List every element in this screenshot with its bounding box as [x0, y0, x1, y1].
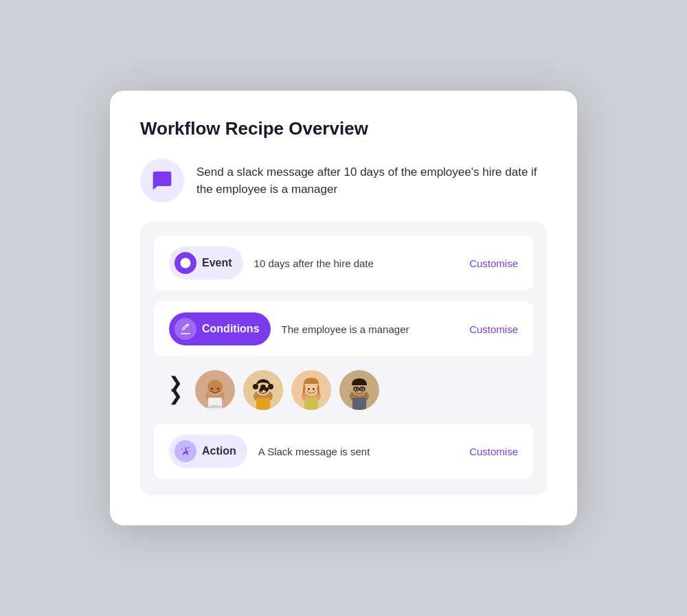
conditions-icon-wrap [174, 318, 196, 340]
avatar-2 [243, 370, 283, 410]
svg-point-21 [308, 388, 310, 390]
event-customise-link[interactable]: Customise [469, 258, 518, 269]
event-pill-label: Event [202, 257, 232, 269]
svg-rect-32 [352, 398, 366, 410]
svg-rect-17 [256, 398, 270, 410]
action-pill: Action [169, 435, 247, 468]
svg-point-31 [361, 388, 363, 390]
overview-box: Event 10 days after the hire date Custom… [140, 222, 547, 495]
avatar-4 [339, 370, 379, 410]
svg-rect-23 [304, 398, 318, 410]
svg-point-11 [268, 384, 273, 389]
page-title: Workflow Recipe Overview [140, 118, 547, 139]
action-description: A Slack message is sent [258, 446, 458, 457]
avatar-3 [291, 370, 331, 410]
clock-icon [179, 257, 192, 269]
action-row: Action A Slack message is sent Customise [154, 424, 533, 479]
description-row: Send a slack message after 10 days of th… [140, 159, 547, 203]
workflow-card: Workflow Recipe Overview Send a slack me… [110, 91, 577, 525]
svg-rect-6 [208, 398, 222, 410]
action-icon-wrap [174, 440, 196, 462]
svg-point-4 [211, 388, 213, 390]
middle-row: ❯ ❯ [154, 367, 533, 413]
chevrons-icon: ❯ ❯ [169, 377, 181, 402]
description-icon-wrap [140, 159, 184, 203]
event-icon-wrap [174, 252, 196, 274]
event-row: Event 10 days after the hire date Custom… [154, 236, 533, 290]
svg-point-33 [188, 447, 189, 448]
svg-point-3 [207, 380, 223, 393]
avatar-1 [195, 370, 235, 410]
party-icon [179, 445, 192, 457]
svg-point-30 [356, 388, 358, 390]
conditions-row: Conditions The employee is a manager Cus… [154, 301, 533, 356]
svg-point-5 [217, 388, 219, 390]
svg-point-35 [189, 450, 190, 452]
conditions-pill: Conditions [169, 312, 271, 345]
wrench-icon [179, 323, 192, 335]
conditions-description: The employee is a manager [282, 323, 459, 335]
event-description: 10 days after the hire date [254, 258, 459, 269]
action-customise-link[interactable]: Customise [469, 446, 518, 457]
svg-point-10 [253, 384, 258, 389]
conditions-customise-link[interactable]: Customise [469, 323, 518, 335]
event-pill: Event [169, 247, 243, 280]
conditions-pill-label: Conditions [202, 323, 260, 335]
svg-point-34 [181, 448, 183, 450]
avatars-group [195, 370, 379, 410]
svg-point-22 [313, 388, 315, 390]
action-pill-label: Action [202, 445, 236, 457]
svg-point-16 [265, 389, 267, 391]
svg-point-15 [260, 389, 262, 391]
workflow-description: Send a slack message after 10 days of th… [196, 163, 547, 198]
message-icon [151, 170, 173, 192]
